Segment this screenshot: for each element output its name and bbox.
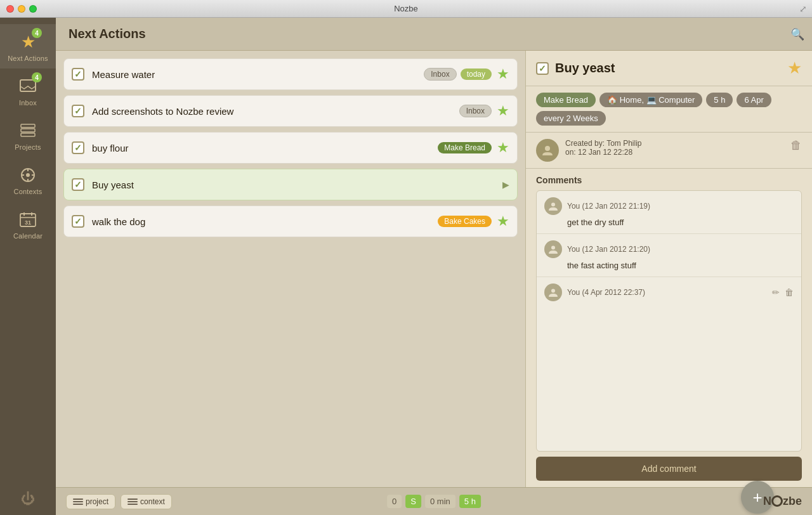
window-title: Nozbe	[394, 4, 418, 13]
comment-author: You (12 Jan 2012 21:20)	[567, 245, 794, 254]
task-list: Measure water Inbox today ★ Add screensh…	[56, 51, 525, 487]
svg-rect-2	[21, 129, 35, 132]
project-filter-icon	[73, 499, 83, 505]
detail-panel: Buy yeast ★ Make Bread 🏠 Home, 💻 Compute…	[525, 51, 812, 487]
task-item[interactable]: Add screenshots to Nozbe review Inbox ★	[63, 95, 518, 127]
comment-item: You (12 Jan 2012 21:19) get the dry stuf…	[537, 191, 801, 234]
detail-tag-context[interactable]: 🏠 Home, 💻 Computer	[599, 93, 702, 107]
task-title: Add screenshots to Nozbe review	[92, 106, 459, 117]
power-button[interactable]: ⏻	[21, 491, 35, 507]
stat-count: 0	[387, 495, 402, 508]
sidebar-item-inbox[interactable]: 4 Inbox	[0, 68, 56, 113]
comment-text: the fast acting stuff	[544, 261, 794, 270]
detail-tag-repeat[interactable]: every 2 Weeks	[536, 111, 606, 126]
task-checkbox[interactable]	[72, 68, 84, 81]
tag-make-bread: Make Bread	[438, 142, 492, 153]
stat-s: S	[405, 495, 421, 508]
svg-point-16	[551, 203, 555, 207]
commenter-icon	[548, 287, 558, 297]
detail-tag-date[interactable]: 6 Apr	[737, 93, 771, 107]
project-btn-label: project	[86, 497, 108, 506]
context-filter-button[interactable]: context	[121, 494, 172, 509]
task-star[interactable]: ★	[497, 140, 509, 156]
task-title: Buy yeast	[92, 179, 499, 190]
context-filter-icon	[128, 499, 138, 505]
tag-inbox: Inbox	[459, 105, 492, 117]
task-item[interactable]: walk the dog Bake Cakes ★	[63, 205, 518, 237]
creator-avatar	[536, 139, 559, 162]
detail-tag-project[interactable]: Make Bread	[536, 93, 596, 107]
svg-rect-0	[20, 80, 36, 91]
minimize-button[interactable]	[18, 5, 25, 13]
task-checkbox[interactable]	[72, 105, 84, 117]
sidebar-item-label: Next Actions	[8, 55, 48, 62]
next-actions-icon: 4 ★	[16, 30, 39, 53]
comment-header: You (12 Jan 2012 21:19)	[544, 197, 794, 215]
sidebar-item-calendar[interactable]: 31 Calendar	[0, 202, 56, 246]
detail-header: Buy yeast ★	[526, 51, 812, 86]
sidebar-item-contexts[interactable]: Contexts	[0, 157, 56, 202]
task-checkbox[interactable]	[72, 178, 84, 191]
svg-rect-3	[21, 133, 35, 136]
window-controls[interactable]	[6, 5, 37, 13]
task-badges: Make Bread	[438, 142, 492, 153]
page-title: Next Actions	[69, 27, 146, 41]
close-button[interactable]	[6, 5, 14, 13]
avatar-icon	[541, 144, 554, 157]
inbox-badge: 4	[32, 72, 42, 82]
comment-author: You (12 Jan 2012 21:19)	[567, 202, 794, 211]
detail-tag-time[interactable]: 5 h	[706, 93, 733, 107]
commenter-icon	[548, 244, 558, 254]
edit-comment-button[interactable]: ✏	[772, 287, 780, 297]
detail-star[interactable]: ★	[787, 58, 802, 78]
task-title: Measure water	[92, 69, 424, 80]
task-checkbox[interactable]	[72, 215, 84, 228]
comment-header: You (4 Apr 2012 22:37) ✏ 🗑	[544, 284, 794, 301]
comments-title: Comments	[536, 175, 802, 185]
project-filter-button[interactable]: project	[66, 494, 115, 509]
task-title: buy flour	[92, 143, 438, 153]
task-star[interactable]: ★	[497, 103, 509, 119]
search-icon[interactable]: 🔍	[790, 27, 804, 41]
comment-text: get the dry stuff	[544, 218, 794, 227]
task-badges: Inbox	[459, 105, 492, 117]
comment-author: You (4 Apr 2012 22:37)	[567, 288, 767, 297]
add-comment-button[interactable]: Add comment	[536, 457, 802, 481]
contexts-icon	[16, 164, 39, 186]
detail-checkbox[interactable]	[536, 62, 549, 75]
created-by: Created by: Tom Philip	[565, 139, 784, 148]
task-badges: Inbox today	[424, 68, 492, 81]
sidebar-item-label: Calendar	[13, 232, 43, 240]
tag-today: today	[461, 68, 492, 80]
task-item[interactable]: buy flour Make Bread ★	[63, 132, 518, 164]
tag-bake-cakes: Bake Cakes	[438, 216, 492, 227]
inbox-icon: 4	[16, 75, 39, 98]
delete-comment-button[interactable]: 🗑	[785, 287, 794, 297]
task-checkbox[interactable]	[72, 141, 84, 154]
task-item[interactable]: Measure water Inbox today ★	[63, 58, 518, 90]
task-badges: Bake Cakes	[438, 216, 492, 227]
svg-point-5	[26, 173, 30, 177]
comments-section: Comments You (12	[526, 169, 812, 487]
sidebar-item-next-actions[interactable]: 4 ★ Next Actions	[0, 24, 56, 68]
comment-actions: ✏ 🗑	[772, 287, 794, 297]
detail-tags: Make Bread 🏠 Home, 💻 Computer 5 h 6 Apr …	[526, 86, 812, 133]
svg-point-17	[551, 246, 555, 250]
maximize-button[interactable]	[29, 5, 37, 13]
task-star[interactable]: ★	[497, 213, 509, 230]
comments-list: You (12 Jan 2012 21:19) get the dry stuf…	[536, 190, 802, 452]
svg-text:31: 31	[25, 219, 31, 226]
task-item-selected[interactable]: Buy yeast	[63, 169, 518, 200]
calendar-icon: 31	[16, 208, 39, 231]
content-header: Next Actions 🔍	[56, 18, 812, 51]
resize-icon[interactable]: ⤢	[799, 4, 807, 14]
titlebar: Nozbe ⤢	[0, 0, 812, 18]
sidebar-item-projects[interactable]: Projects	[0, 113, 56, 157]
task-star[interactable]: ★	[497, 66, 509, 82]
stat-time: 0 min	[425, 495, 455, 508]
bottom-bar: project context 0 S 0 min 5 h + Nz	[56, 487, 812, 515]
delete-task-button[interactable]: 🗑	[790, 139, 802, 152]
created-on: on: 12 Jan 12 22:28	[565, 148, 784, 157]
sidebar: 4 ★ Next Actions 4 Inbox	[0, 18, 56, 515]
comment-avatar	[544, 240, 562, 258]
